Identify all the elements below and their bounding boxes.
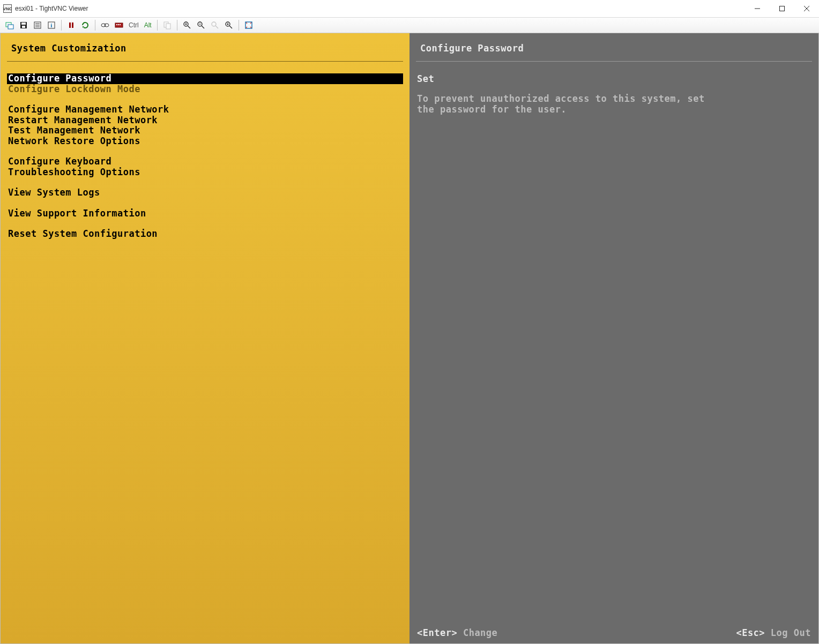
menu-item[interactable]: Network Restore Options — [7, 136, 403, 147]
zoom-fit-icon[interactable] — [224, 20, 234, 31]
transfer-files-icon[interactable] — [162, 20, 173, 31]
info-icon[interactable]: i — [46, 20, 57, 31]
svg-rect-1 — [780, 6, 785, 11]
menu-item[interactable]: Troubleshooting Options — [7, 167, 403, 178]
fullscreen-icon[interactable] — [243, 20, 254, 31]
menu-group: View System Logs — [7, 188, 403, 198]
menu-header: System Customization — [7, 43, 403, 62]
detail-header: Configure Password — [416, 43, 812, 62]
menu-item[interactable]: View System Logs — [7, 188, 403, 198]
password-status: Set — [416, 73, 812, 84]
svg-line-36 — [229, 26, 232, 28]
toolbar-separator — [239, 20, 239, 31]
new-connection-icon[interactable] — [4, 20, 15, 31]
options-icon[interactable] — [32, 20, 43, 31]
app-icon: VNC — [3, 4, 12, 13]
menu-pane: System Customization Configure PasswordC… — [1, 33, 409, 643]
window-controls — [745, 0, 819, 17]
svg-rect-15 — [69, 23, 71, 28]
svg-rect-23 — [120, 24, 121, 25]
menu-group: Configure KeyboardTroubleshooting Option… — [7, 156, 403, 177]
menu-group: View Support Information — [7, 208, 403, 219]
zoom-100-icon[interactable] — [210, 20, 220, 31]
enter-action-label: Change — [463, 627, 497, 638]
zoom-in-icon[interactable] — [182, 20, 192, 31]
menu-item[interactable]: Test Management Network — [7, 125, 403, 136]
svg-line-31 — [202, 26, 204, 28]
svg-rect-25 — [166, 24, 170, 29]
svg-point-37 — [227, 24, 228, 25]
svg-rect-22 — [118, 24, 119, 25]
send-keys-icon[interactable] — [114, 20, 124, 31]
ctrl-alt-del-icon[interactable] — [100, 20, 110, 31]
detail-pane: Configure Password Set To prevent unauth… — [409, 33, 818, 643]
menu-item[interactable]: Configure Lockdown Mode — [7, 84, 403, 95]
minimize-button[interactable] — [745, 0, 770, 17]
enter-hint: <Enter> Change — [417, 627, 497, 638]
esc-key-label: <Esc> — [736, 627, 765, 638]
toolbar-separator — [61, 20, 62, 31]
svg-line-34 — [215, 26, 218, 28]
pause-icon[interactable] — [66, 20, 77, 31]
maximize-button[interactable] — [770, 0, 794, 17]
menu-item[interactable]: View Support Information — [7, 208, 403, 219]
esxi-dcui: System Customization Configure PasswordC… — [1, 33, 818, 643]
svg-rect-8 — [22, 26, 25, 28]
menu-group: Configure Management NetworkRestart Mana… — [7, 104, 403, 146]
svg-rect-5 — [8, 25, 13, 29]
window-title: esxi01 - TightVNC Viewer — [15, 5, 88, 12]
svg-rect-21 — [116, 24, 117, 25]
ctrl-toggle[interactable]: Ctrl — [128, 21, 140, 29]
toolbar-separator — [157, 20, 158, 31]
toolbar-separator — [177, 20, 177, 31]
window-titlebar: VNC esxi01 - TightVNC Viewer — [0, 0, 819, 17]
detail-description: To prevent unauthorized access to this s… — [416, 94, 716, 115]
menu-item[interactable]: Configure Keyboard — [7, 156, 403, 167]
svg-line-27 — [188, 26, 190, 28]
alt-toggle[interactable]: Alt — [143, 21, 153, 29]
menu-item[interactable]: Reset System Configuration — [7, 229, 403, 239]
remote-viewport[interactable]: System Customization Configure PasswordC… — [0, 33, 819, 644]
zoom-out-icon[interactable] — [196, 20, 206, 31]
refresh-icon[interactable] — [80, 20, 91, 31]
svg-point-19 — [105, 24, 109, 27]
esc-action-label: Log Out — [771, 627, 811, 638]
menu-item[interactable]: Configure Management Network — [7, 104, 403, 115]
menu-group: Configure PasswordConfigure Lockdown Mod… — [7, 73, 403, 94]
toolbar: i Ctrl Alt — [0, 17, 819, 33]
svg-text:i: i — [51, 23, 53, 28]
menu-item[interactable]: Restart Management Network — [7, 115, 403, 126]
menu-item[interactable]: Configure Password — [7, 73, 403, 84]
close-button[interactable] — [794, 0, 819, 17]
svg-rect-7 — [21, 23, 26, 25]
svg-rect-16 — [72, 23, 73, 28]
footer-hints: <Enter> Change <Esc> Log Out — [409, 627, 818, 638]
esc-hint: <Esc> Log Out — [736, 627, 811, 638]
save-icon[interactable] — [18, 20, 29, 31]
enter-key-label: <Enter> — [417, 627, 457, 638]
toolbar-separator — [95, 20, 95, 31]
svg-point-33 — [212, 22, 216, 26]
menu-group: Reset System Configuration — [7, 229, 403, 239]
